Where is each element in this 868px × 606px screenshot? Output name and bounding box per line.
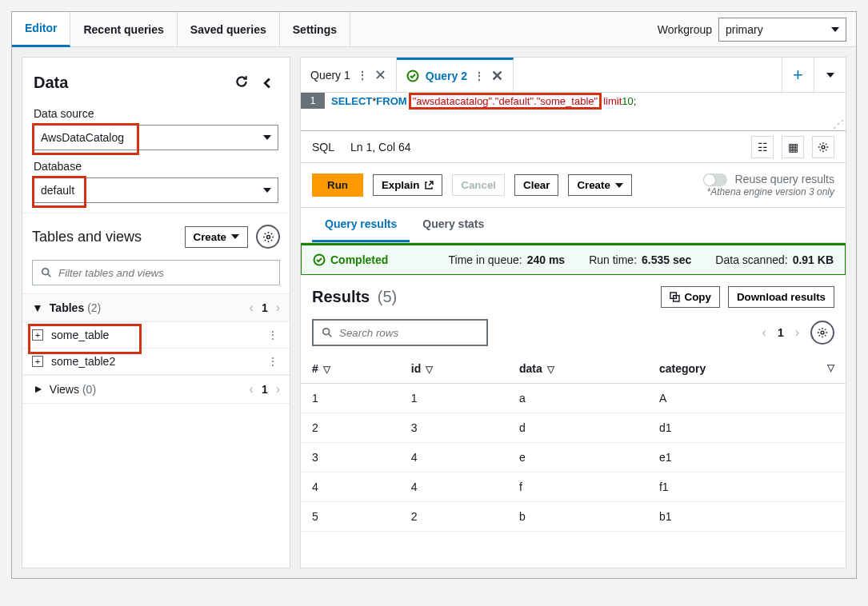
gear-icon xyxy=(818,142,829,153)
table-cell: e xyxy=(508,443,648,472)
expand-icon[interactable]: + xyxy=(32,329,43,341)
tabs-overflow-button[interactable] xyxy=(814,58,846,93)
nav-tab-editor[interactable]: Editor xyxy=(12,12,70,47)
queue-value: 240 ms xyxy=(527,253,565,266)
table-cell: f xyxy=(508,472,648,502)
tables-tree-header[interactable]: ▼ Tables (2) ‹ 1 › xyxy=(22,293,290,322)
filter-icon[interactable]: ▽ xyxy=(547,364,554,375)
search-rows[interactable] xyxy=(312,319,488,346)
next-page[interactable]: › xyxy=(276,301,280,315)
query-tab-1[interactable]: Query 1 ⋮ ✕ xyxy=(301,58,397,92)
explain-button[interactable]: Explain xyxy=(373,174,442,196)
chevron-down-icon xyxy=(263,188,271,193)
search-icon xyxy=(322,327,333,338)
table-row: 52bb1 xyxy=(301,502,846,532)
query-tab-2[interactable]: Query 2 ⋮ ✕ xyxy=(397,58,514,92)
table-row: 11aA xyxy=(301,384,846,413)
filter-tables-input[interactable] xyxy=(58,267,271,279)
table-cell: f1 xyxy=(648,472,846,502)
sql-editor[interactable]: 1 SELECT * FROM "awsdatacatalog"."defaul… xyxy=(301,93,846,131)
table-row[interactable]: + some_table ⋮ xyxy=(22,322,290,349)
scan-value: 0.91 KB xyxy=(793,253,834,266)
editor-status-bar: SQL Ln 1, Col 64 ☷ ▦ xyxy=(301,131,846,163)
filter-icon[interactable]: ▽ xyxy=(827,362,834,373)
search-rows-input[interactable] xyxy=(339,327,478,339)
workgroup-select[interactable]: primary xyxy=(718,18,846,42)
table-row[interactable]: + some_table2 ⋮ xyxy=(22,349,290,375)
results-title: Results xyxy=(312,288,370,305)
col-header[interactable]: data▽ xyxy=(508,354,648,384)
table-cell: 3 xyxy=(301,443,400,472)
tables-views-title: Tables and views xyxy=(32,229,142,245)
search-icon xyxy=(41,267,52,278)
query-panel: Query 1 ⋮ ✕ Query 2 ⋮ ✕ + 1 SEL xyxy=(300,57,846,568)
line-number: 1 xyxy=(301,93,325,109)
table-cell: 3 xyxy=(400,413,508,443)
filter-tables-search[interactable] xyxy=(32,260,280,285)
results-next[interactable]: › xyxy=(795,325,799,340)
table-cell: b xyxy=(508,502,648,532)
prev-page[interactable]: ‹ xyxy=(250,301,254,315)
next-page[interactable]: › xyxy=(276,382,280,397)
col-header[interactable]: id▽ xyxy=(400,354,508,384)
close-tab-icon[interactable]: ✕ xyxy=(491,67,503,85)
database-select[interactable]: default xyxy=(34,177,278,203)
table-cell: d xyxy=(508,413,648,443)
format-button[interactable]: ☷ xyxy=(751,136,774,158)
create-resource-button[interactable]: Create xyxy=(185,226,249,248)
table-cell: 4 xyxy=(301,472,400,502)
chevron-down-icon xyxy=(615,183,623,188)
reuse-toggle[interactable]: Reuse query results xyxy=(703,173,834,186)
resize-handle-icon[interactable]: ⋰ xyxy=(833,118,844,130)
keyboard-button[interactable]: ▦ xyxy=(782,136,804,158)
col-header[interactable]: category▽ xyxy=(648,354,846,384)
results-prev[interactable]: ‹ xyxy=(762,325,766,340)
run-button[interactable]: Run xyxy=(312,173,363,197)
download-button[interactable]: Download results xyxy=(728,286,834,308)
cursor-position: Ln 1, Col 64 xyxy=(350,141,411,153)
prev-page[interactable]: ‹ xyxy=(250,382,254,397)
nav-tab-settings[interactable]: Settings xyxy=(280,12,350,47)
clear-button[interactable]: Clear xyxy=(514,174,558,196)
data-source-value: AwsDataCatalog xyxy=(41,131,124,144)
copy-icon xyxy=(670,292,680,302)
copy-button[interactable]: Copy xyxy=(661,286,720,308)
caret-right-icon: ▼ xyxy=(31,384,44,395)
check-circle-icon xyxy=(406,70,419,82)
workgroup-label: Workgroup xyxy=(658,23,712,36)
tab-menu-icon[interactable]: ⋮ xyxy=(357,69,368,82)
views-tree-header[interactable]: ▼ Views (0) ‹ 1 › xyxy=(22,375,290,404)
table-actions-menu[interactable]: ⋮ xyxy=(267,329,280,341)
add-tab-button[interactable]: + xyxy=(782,58,814,93)
close-tab-icon[interactable]: ✕ xyxy=(374,66,386,84)
data-source-select[interactable]: AwsDataCatalog xyxy=(34,125,278,150)
create-button[interactable]: Create xyxy=(568,174,632,196)
nav-tab-saved[interactable]: Saved queries xyxy=(178,12,280,47)
filter-icon[interactable]: ▽ xyxy=(323,364,330,375)
col-header[interactable]: #▽ xyxy=(301,354,400,384)
refresh-button[interactable] xyxy=(230,70,253,93)
top-nav: Editor Recent queries Saved queries Sett… xyxy=(12,12,856,47)
runtime-value: 6.535 sec xyxy=(642,253,691,266)
execution-status-bar: Completed Time in queue:240 ms Run time:… xyxy=(301,243,846,275)
refresh-icon xyxy=(234,74,249,89)
collapse-button[interactable] xyxy=(256,72,278,94)
tab-query-results[interactable]: Query results xyxy=(312,208,410,242)
table-actions-menu[interactable]: ⋮ xyxy=(267,355,280,368)
table-cell: 4 xyxy=(400,472,508,502)
tab-query-stats[interactable]: Query stats xyxy=(410,208,497,242)
status-text: Completed xyxy=(330,253,388,266)
filter-icon[interactable]: ▽ xyxy=(426,364,433,375)
settings-tables-button[interactable] xyxy=(256,225,280,249)
expand-icon[interactable]: + xyxy=(32,356,43,367)
svg-point-7 xyxy=(323,329,330,335)
workgroup-value: primary xyxy=(726,23,763,36)
table-name: some_table2 xyxy=(51,355,115,368)
results-page: 1 xyxy=(778,326,784,339)
tab-menu-icon[interactable]: ⋮ xyxy=(474,70,485,82)
external-link-icon xyxy=(424,181,434,190)
nav-tab-recent[interactable]: Recent queries xyxy=(70,12,177,47)
code-line: SELECT * FROM "awsdatacatalog"."default"… xyxy=(331,93,636,109)
editor-settings-button[interactable] xyxy=(812,136,834,158)
results-settings[interactable] xyxy=(810,321,834,345)
